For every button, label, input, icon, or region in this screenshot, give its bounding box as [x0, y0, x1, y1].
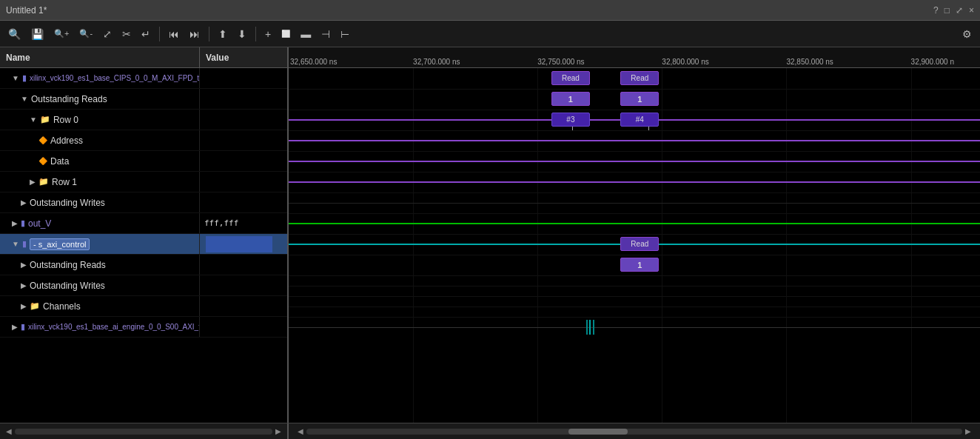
tool3-button[interactable]: ⊣ — [318, 26, 334, 42]
waveform-row-8: Read — [289, 234, 980, 255]
signal-row[interactable]: ▼ 📁 Row 0 — [0, 110, 287, 130]
value-column-header: Value — [200, 53, 235, 63]
signal-row[interactable]: ▶ ▮ xilinx_vck190_es1_base_ai_engine_0_0… — [0, 317, 287, 338]
signal-label: xilinx_vck190_es1_base_ai_engine_0_0_S00… — [28, 323, 200, 331]
num-box-2: 1 — [620, 92, 659, 106]
signal-row[interactable]: ▼ Outstanding Reads — [0, 89, 287, 110]
signal-name-cell[interactable]: ▼ ▮ xilinx_vck190_es1_base_CIPS_0_0_M_AX… — [0, 68, 200, 88]
waveform-row-6 — [289, 192, 980, 213]
signal-row[interactable]: 🔶 Data — [0, 151, 287, 172]
hash-label-4: #4 — [636, 115, 644, 124]
read-label-1: Read — [562, 74, 580, 82]
close-button[interactable]: × — [969, 5, 974, 16]
toolbar: 🔍 💾 🔍+ 🔍- ⤢ ✂ ↵ ⏮ ⏭ ⬆ ⬇ + ⬜ ▬ ⊣ ⊢ ⚙ — [0, 21, 980, 47]
toolbar-sep2 — [209, 27, 209, 41]
cursor-button[interactable]: ↵ — [138, 26, 154, 42]
help-button[interactable]: ? — [933, 5, 939, 16]
signal-row[interactable]: ▼ ▮ xilinx_vck190_es1_base_CIPS_0_0_M_AX… — [0, 68, 287, 89]
waveform-scroll-thumb[interactable] — [568, 429, 628, 435]
expand-arrow[interactable]: ▶ — [12, 323, 18, 331]
remove-wave-button[interactable]: ⬇ — [234, 26, 250, 42]
signal-label: Outstanding Reads — [31, 94, 107, 104]
zoom-in-button[interactable]: 🔍+ — [50, 27, 73, 41]
expand-arrow[interactable]: ▼ — [12, 240, 19, 248]
read-box-1: Read — [551, 71, 590, 85]
go-start-button[interactable]: ⏮ — [165, 26, 183, 42]
scroll-right-arrow[interactable]: ▶ — [272, 427, 284, 435]
signal-label: Address — [50, 135, 83, 146]
pulse-1 — [586, 320, 588, 335]
title-bar-controls[interactable]: ? □ ⤢ × — [933, 5, 974, 16]
add-wave-button[interactable]: ⬆ — [215, 26, 231, 42]
signal-row[interactable]: 🔶 Address — [0, 130, 287, 151]
expand-arrow[interactable]: ▶ — [21, 198, 27, 207]
signal-row[interactable]: ▶ ▮ out_V fff,fff — [0, 213, 287, 234]
waveform-scroll-right[interactable]: ▶ — [962, 427, 974, 435]
waveform-row-12 — [289, 317, 980, 338]
row-sep — [289, 172, 980, 172]
read-label-3: Read — [631, 240, 648, 248]
signal-label: out_V — [28, 218, 51, 229]
main-content: Name Value ▼ ▮ xilinx_vck190_es1_base_CI… — [0, 47, 980, 423]
cut-button[interactable]: ✂ — [118, 26, 135, 42]
signal-value: fff,fff — [200, 218, 243, 228]
panel-header: Name Value — [0, 47, 287, 68]
waveform-panel[interactable]: 32,650.000 ns 32,700.000 ns 32,750.000 n… — [289, 47, 980, 423]
tool4-button[interactable]: ⊢ — [337, 26, 353, 42]
signal-row[interactable]: ▶ Outstanding Writes — [0, 275, 287, 296]
signal-name-cell[interactable]: ▶ ▮ xilinx_vck190_es1_base_ai_engine_0_0… — [0, 317, 200, 337]
expand-arrow[interactable]: ▼ — [30, 115, 37, 124]
signal-name-cell[interactable]: ▶ Outstanding Writes — [0, 192, 200, 212]
signal-name-cell[interactable]: ▶ Outstanding Reads — [0, 255, 200, 275]
signal-row[interactable]: ▶ Outstanding Reads — [0, 255, 287, 275]
signal-row[interactable]: ▶ 📁 Channels — [0, 296, 287, 317]
tool2-button[interactable]: ▬ — [297, 26, 315, 42]
right-scroll-area[interactable]: ◀ ▶ — [289, 427, 980, 435]
zoom-button[interactable]: 🔍 — [4, 26, 24, 42]
tool1-button[interactable]: ⬜ — [278, 27, 294, 40]
waveform-row-7 — [289, 213, 980, 234]
row-sep — [289, 275, 980, 276]
signal-name-cell[interactable]: ▶ Outstanding Writes — [0, 275, 200, 295]
signal-row[interactable]: ▶ Outstanding Writes — [0, 192, 287, 213]
signal-row-selected[interactable]: ▼ ▮ - s_axi_control — [0, 234, 287, 255]
add-marker-button[interactable]: + — [261, 26, 275, 42]
signal-name-cell[interactable]: ▶ ▮ out_V — [0, 213, 200, 233]
row-sep — [289, 255, 980, 255]
settings-button[interactable]: ⚙ — [959, 26, 976, 42]
signal-name-cell[interactable]: ▼ ▮ - s_axi_control — [0, 234, 200, 254]
signal-row[interactable]: ▶ 📁 Row 1 — [0, 172, 287, 192]
row-sep — [289, 110, 980, 110]
save-button[interactable]: 💾 — [27, 26, 47, 42]
expand-arrow[interactable]: ▼ — [21, 95, 28, 103]
num-box-3: 1 — [620, 258, 659, 272]
waveform-scroll-track[interactable] — [306, 429, 962, 435]
waveform-scroll-left[interactable]: ◀ — [295, 427, 306, 435]
expand-arrow[interactable]: ▶ — [21, 281, 27, 289]
minimize-button[interactable]: □ — [944, 5, 950, 16]
signal-name-cell[interactable]: 🔶 Data — [0, 151, 200, 171]
expand-arrow[interactable]: ▶ — [12, 219, 18, 227]
scroll-left-arrow[interactable]: ◀ — [3, 427, 15, 435]
empty-line-3 — [289, 306, 980, 307]
expand-arrow[interactable]: ▼ — [12, 74, 19, 82]
signal-name-cell[interactable]: ▶ 📁 Row 1 — [0, 172, 200, 192]
left-scroll-area[interactable]: ◀ ▶ — [0, 423, 289, 439]
signal-name-cell[interactable]: 🔶 Address — [0, 130, 200, 150]
waveform-row-1: 1 1 — [289, 89, 980, 110]
expand-arrow[interactable]: ▶ — [30, 178, 36, 186]
signal-list[interactable]: ▼ ▮ xilinx_vck190_es1_base_CIPS_0_0_M_AX… — [0, 68, 287, 423]
zoom-out-button[interactable]: 🔍- — [75, 27, 96, 41]
go-end-button[interactable]: ⏭ — [186, 26, 204, 42]
expand-arrow[interactable]: ▶ — [21, 302, 27, 310]
signal-name-cell[interactable]: ▼ 📁 Row 0 — [0, 110, 200, 130]
zoom-full-button[interactable]: ⤢ — [99, 26, 115, 42]
left-scroll-track[interactable] — [15, 429, 272, 435]
expand-arrow[interactable]: ▶ — [21, 261, 27, 269]
waveform-area[interactable]: Read Read 1 1 #3 — [289, 68, 980, 423]
signal-icon: 🔶 — [38, 136, 47, 144]
signal-label: Row 1 — [52, 177, 77, 187]
maximize-button[interactable]: ⤢ — [956, 5, 963, 16]
signal-name-cell[interactable]: ▶ 📁 Channels — [0, 296, 200, 316]
signal-name-cell[interactable]: ▼ Outstanding Reads — [0, 89, 200, 109]
